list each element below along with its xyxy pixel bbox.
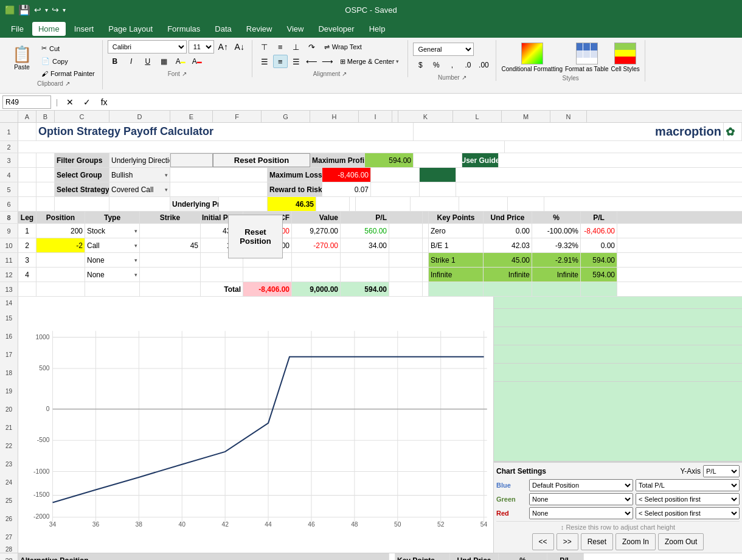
cell-leg3-strike[interactable]: [140, 253, 201, 267]
cell-I13[interactable]: [389, 282, 423, 296]
insert-function-button[interactable]: fx: [97, 95, 111, 109]
format-as-table-button[interactable]: Format as Table: [565, 43, 609, 72]
cell-B5[interactable]: [36, 182, 55, 196]
cell-filter-groups-value[interactable]: Underlying Direction ▾: [109, 153, 170, 167]
cell-leg4-strike[interactable]: [140, 268, 201, 282]
y-axis-select[interactable]: P/L: [703, 465, 740, 477]
clipboard-expand[interactable]: ↗: [65, 80, 70, 87]
align-left-button[interactable]: ☰: [257, 55, 272, 68]
blue-metric-select[interactable]: Total P/L: [636, 479, 740, 491]
align-center-button[interactable]: ≡: [273, 55, 288, 68]
save-icon[interactable]: 💾: [18, 4, 30, 16]
cell-leg2-position[interactable]: -2: [36, 238, 85, 252]
cell-I6[interactable]: [316, 197, 350, 211]
highlight-color-button[interactable]: A▬: [173, 55, 188, 68]
font-size-select[interactable]: 11: [189, 40, 214, 54]
cell-G6[interactable]: [219, 197, 268, 211]
cell-J10[interactable]: [423, 238, 429, 252]
cell-J12[interactable]: [423, 268, 429, 282]
confirm-formula-button[interactable]: ✓: [80, 95, 94, 109]
cell-E4[interactable]: [170, 168, 268, 182]
cell-J9[interactable]: [423, 224, 429, 238]
customize-icon[interactable]: ▾: [63, 7, 66, 13]
underline-button[interactable]: U: [140, 55, 155, 68]
font-color-button[interactable]: A▬: [190, 55, 204, 68]
cell-leg4-pl[interactable]: [341, 268, 389, 282]
select-strategy-dropdown[interactable]: ▾: [165, 187, 168, 193]
cell-J13[interactable]: [423, 282, 429, 296]
col-header-B[interactable]: B: [36, 111, 55, 122]
cell-A6[interactable]: [18, 197, 36, 211]
menu-page-layout[interactable]: Page Layout: [102, 22, 159, 36]
menu-file[interactable]: File: [5, 22, 30, 36]
cell-leg4-value[interactable]: [292, 268, 341, 282]
nav-next-next-button[interactable]: >>: [556, 533, 578, 550]
decrease-indent-button[interactable]: ⟵: [305, 55, 319, 68]
col-header-A[interactable]: A: [18, 111, 36, 122]
cell-leg2-type[interactable]: Call ▾: [85, 238, 140, 252]
menu-data[interactable]: Data: [209, 22, 237, 36]
copy-button[interactable]: 📄Copy: [38, 55, 99, 67]
format-painter-button[interactable]: 🖌Format Painter: [38, 68, 99, 79]
nav-reset-button[interactable]: Reset: [581, 533, 613, 550]
cell-leg4-type[interactable]: None ▾: [85, 268, 140, 282]
cell-leg4-position[interactable]: [36, 268, 85, 282]
user-guide-button[interactable]: User Guide: [462, 153, 499, 167]
cell-L6[interactable]: [411, 197, 459, 211]
increase-font-button[interactable]: A↑: [216, 40, 231, 54]
green-position-select[interactable]: None: [529, 493, 633, 505]
cell-I11[interactable]: [389, 253, 423, 267]
cell-underlying-price-value[interactable]: 46.35: [268, 197, 316, 211]
align-top-button[interactable]: ⊤: [257, 40, 272, 54]
leg4-type-dropdown[interactable]: ▾: [134, 272, 137, 278]
leg2-type-dropdown[interactable]: ▾: [134, 243, 137, 249]
align-bottom-button[interactable]: ⊥: [289, 40, 303, 54]
align-right-button[interactable]: ☰: [289, 55, 303, 68]
col-header-I[interactable]: I: [359, 111, 392, 122]
text-direction-button[interactable]: ↷: [305, 40, 319, 54]
cell-A4[interactable]: [18, 168, 36, 182]
cell-B4[interactable]: [36, 168, 55, 182]
number-format-select[interactable]: General: [413, 43, 474, 56]
cell-I10[interactable]: [389, 238, 423, 252]
cell-leg1-type[interactable]: Stock ▾: [85, 224, 140, 238]
col-header-N[interactable]: N: [550, 111, 587, 122]
menu-home[interactable]: Home: [32, 22, 66, 36]
reset-position-button[interactable]: Reset Position: [213, 153, 310, 167]
cell-A2[interactable]: [18, 141, 505, 153]
cell-N5[interactable]: [420, 182, 456, 196]
align-middle-button[interactable]: ≡: [273, 40, 288, 54]
leg1-type-dropdown[interactable]: ▾: [134, 228, 137, 234]
border-button[interactable]: ▦: [157, 55, 172, 68]
nav-zoom-out-button[interactable]: Zoom Out: [658, 533, 704, 550]
col-header-J[interactable]: [392, 111, 398, 122]
cell-M4[interactable]: [371, 168, 420, 182]
menu-formulas[interactable]: Formulas: [161, 22, 206, 36]
increase-indent-button[interactable]: ⟶: [321, 55, 335, 68]
cell-leg1-strike[interactable]: [140, 224, 201, 238]
cell-M5[interactable]: [371, 182, 420, 196]
cell-B6[interactable]: [36, 197, 55, 211]
cell-leg4-initial-price[interactable]: [201, 268, 243, 282]
decrease-font-button[interactable]: A↓: [232, 40, 247, 54]
cell-J11[interactable]: [423, 253, 429, 267]
italic-button[interactable]: I: [124, 55, 139, 68]
col-header-F[interactable]: F: [213, 111, 262, 122]
cell-N6[interactable]: [508, 197, 544, 211]
menu-insert[interactable]: Insert: [68, 22, 100, 36]
cell-I12[interactable]: [389, 268, 423, 282]
red-metric-select[interactable]: < Select position first: [636, 507, 740, 519]
undo-dropdown[interactable]: ▾: [45, 7, 48, 13]
col-header-L[interactable]: L: [453, 111, 502, 122]
cell-D6[interactable]: [109, 197, 170, 211]
menu-review[interactable]: Review: [240, 22, 279, 36]
select-group-dropdown[interactable]: ▾: [165, 172, 168, 178]
cell-leg3-pl[interactable]: [341, 253, 389, 267]
cell-A1[interactable]: [18, 123, 36, 140]
percent-button[interactable]: %: [429, 58, 443, 72]
cell-A13[interactable]: [18, 282, 36, 296]
cell-leg4-initial-cf[interactable]: [243, 268, 292, 282]
nav-prev-prev-button[interactable]: <<: [532, 533, 554, 550]
formula-input[interactable]: [114, 95, 740, 109]
cell-C6[interactable]: [55, 197, 109, 211]
